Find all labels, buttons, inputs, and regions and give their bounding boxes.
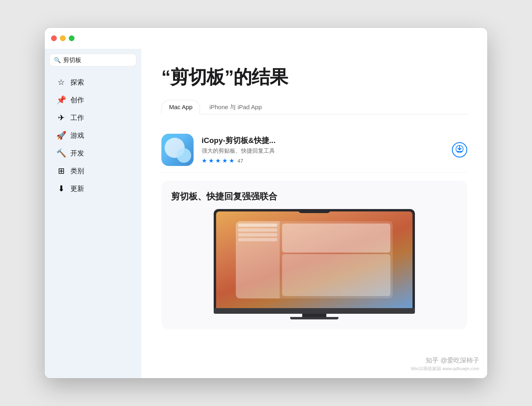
mac-mockup [214,209,415,319]
sidebar-item-explore[interactable]: ☆ 探索 [48,74,138,91]
banner-title: 剪切板、快捷回复强强联合 [171,191,458,203]
mac-screen-card-bottom [282,254,390,296]
sidebar-label-games: 游戏 [70,131,84,140]
sidebar-item-games[interactable]: 🚀 游戏 [48,127,138,144]
download-button[interactable] [452,142,467,157]
right-panel: “剪切板”的结果 Mac App iPhone 与 iPad App iCopy… [141,49,487,378]
sidebar-item-develop[interactable]: 🔨 开发 [48,145,138,162]
star-5: ★ [229,157,234,164]
watermark-site: Win10系统家园 www.qdhuajin.com [411,366,479,372]
traffic-lights [51,35,74,41]
mac-mockup-container [171,209,458,319]
app-result-card: iCopy-剪切板&快捷... 强大的剪贴板、快捷回复工具 ★ ★ ★ ★ ★ … [161,127,467,173]
search-bar[interactable]: 🔍 剪切板 ✕ [49,54,136,66]
stars-row: ★ ★ ★ ★ ★ 47 [202,157,444,164]
mac-screen [216,211,412,308]
star-4: ★ [222,157,227,164]
sidebar-label-develop: 开发 [70,149,84,158]
download-icon [456,145,464,155]
tabs-row: Mac App iPhone 与 iPad App [161,99,467,114]
sidebar-item-create[interactable]: 📌 创作 [48,91,138,108]
mac-screen-sidebar [236,221,280,298]
sidebar-item-updates[interactable]: ⬇ 更新 [48,180,138,197]
sidebar-label-work: 工作 [70,113,84,122]
tab-ios[interactable]: iPhone 与 iPad App [202,100,269,114]
search-input[interactable]: 剪切板 [63,57,140,64]
sidebar-item-work[interactable]: ✈ 工作 [48,109,138,126]
sidebar-label-create: 创作 [70,95,84,105]
tab-mac[interactable]: Mac App [161,100,200,114]
app-window: 🔍 剪切板 ✕ ☆ 探索 📌 创作 ✈ 工作 🚀 游戏 🔨 [45,28,487,378]
mac-base [214,308,415,314]
mac-screen-main [280,221,393,298]
minimize-button[interactable] [60,35,66,41]
watermark: 知乎 @爱吃深柿子 Win10系统家园 www.qdhuajin.com [411,356,479,372]
sidebar: 🔍 剪切板 ✕ ☆ 探索 📌 创作 ✈ 工作 🚀 游戏 🔨 [45,49,141,378]
page-title: “剪切板”的结果 [161,65,467,90]
sidebar-label-updates: 更新 [70,184,84,193]
sidebar-item-category[interactable]: ⊞ 类别 [48,162,138,179]
rating-count: 47 [237,158,243,164]
app-info: iCopy-剪切板&快捷... 强大的剪贴板、快捷回复工具 ★ ★ ★ ★ ★ … [202,135,444,164]
close-button[interactable] [51,35,57,41]
app-icon [161,134,194,166]
mac-screen-inner [236,221,393,298]
mac-stand [302,314,326,317]
create-icon: 📌 [56,95,66,105]
app-name: iCopy-剪切板&快捷... [202,135,444,146]
main-content: 🔍 剪切板 ✕ ☆ 探索 📌 创作 ✈ 工作 🚀 游戏 🔨 [45,49,487,378]
star-2: ★ [208,157,214,164]
star-3: ★ [215,157,221,164]
star-1: ★ [202,157,207,164]
watermark-zhihu: 知乎 @爱吃深柿子 [426,356,479,365]
screenshot-card: 剪切板、快捷回复强强联合 [161,181,467,329]
work-icon: ✈ [56,113,66,122]
games-icon: 🚀 [56,130,66,140]
app-subtitle: 强大的剪贴板、快捷回复工具 [202,147,444,155]
develop-icon: 🔨 [56,148,66,158]
category-icon: ⊞ [56,166,66,176]
sidebar-label-explore: 探索 [70,78,84,87]
search-icon: 🔍 [54,57,61,63]
explore-icon: ☆ [56,77,66,87]
sidebar-label-category: 类别 [70,166,84,176]
maximize-button[interactable] [69,35,74,41]
mac-foot [290,317,338,319]
mac-screen-card-top [282,224,390,253]
updates-icon: ⬇ [56,184,66,193]
titlebar [45,28,487,49]
mac-frame [214,209,415,308]
